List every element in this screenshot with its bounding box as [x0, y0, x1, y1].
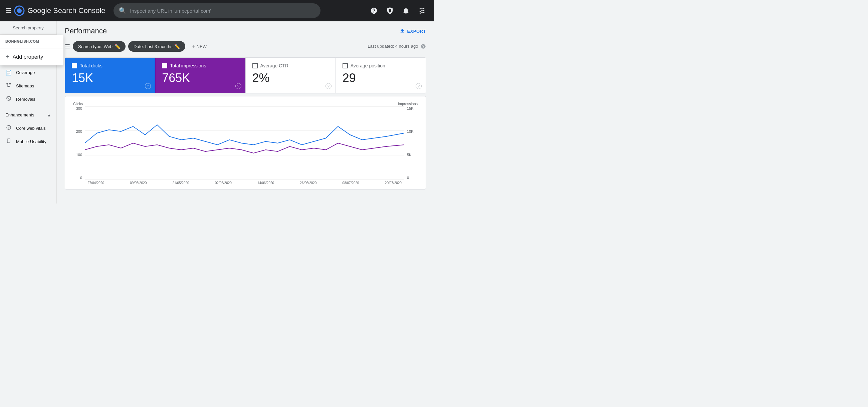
coverage-label: Coverage: [16, 70, 35, 75]
date-filter[interactable]: Date: Last 3 months ✏️: [128, 41, 185, 52]
sidebar-item-removals[interactable]: Removals: [0, 93, 56, 106]
total-clicks-checkbox[interactable]: [72, 63, 77, 68]
current-property[interactable]: BONNGLISH.COM: [0, 35, 63, 48]
y-tick-100: 100: [76, 153, 82, 157]
clicks-line: [85, 125, 404, 145]
enhancements-nav: Core web vitals Mobile Usability: [0, 119, 56, 151]
search-icon: 🔍: [119, 7, 126, 14]
total-clicks-card[interactable]: Total clicks 15K ?: [65, 58, 155, 93]
svg-point-1: [17, 8, 22, 13]
total-clicks-value: 15K: [72, 71, 148, 85]
sidebar-item-sitemaps[interactable]: Sitemaps: [0, 79, 56, 93]
apps-button[interactable]: [415, 4, 429, 18]
chart-y-axis-right: 15K 10K 5K 0: [404, 106, 417, 180]
main-header: Performance EXPORT: [57, 21, 434, 38]
y-tick-300: 300: [76, 106, 82, 110]
last-updated-text: Last updated: 4 hours ago: [368, 44, 426, 49]
avg-ctr-card[interactable]: Average CTR 2% ?: [246, 58, 336, 93]
x-label-0: 27/04/2020: [88, 181, 104, 185]
total-clicks-label: Total clicks: [80, 63, 102, 68]
sitemaps-icon: [5, 82, 12, 89]
chart-y-label-left: Clicks: [73, 102, 83, 106]
total-clicks-help-icon[interactable]: ?: [145, 83, 151, 89]
svg-point-8: [7, 126, 11, 130]
last-updated-help-icon[interactable]: [421, 44, 426, 49]
search-type-filter[interactable]: Search type: Web ✏️: [73, 41, 126, 52]
mobile-usability-label: Mobile Usability: [16, 139, 46, 144]
avg-ctr-checkbox[interactable]: [252, 63, 258, 68]
x-label-4: 14/06/2020: [257, 181, 274, 185]
total-impressions-help-icon[interactable]: ?: [235, 83, 241, 89]
app-title: Google Search Console: [27, 6, 105, 15]
y-tick-right-0: 0: [407, 176, 409, 180]
search-property[interactable]: Search property: [0, 21, 56, 35]
svg-rect-3: [9, 83, 11, 84]
performance-chart: Clicks Impressions 300 200 100 0: [65, 96, 426, 190]
search-type-edit-icon: ✏️: [115, 44, 120, 49]
x-label-7: 20/07/2020: [385, 181, 402, 185]
avg-ctr-help-icon[interactable]: ?: [326, 83, 332, 89]
export-label: EXPORT: [407, 29, 426, 34]
x-label-6: 08/07/2020: [343, 181, 359, 185]
add-property-icon: +: [5, 53, 9, 61]
notifications-button[interactable]: [399, 4, 413, 18]
help-button[interactable]: [367, 4, 380, 18]
enhancements-section-label: Enhancements: [5, 112, 34, 117]
plus-icon: +: [192, 43, 195, 49]
total-impressions-card[interactable]: Total impressions 765K ?: [155, 58, 245, 93]
filters-row: ☰ Search type: Web ✏️ Date: Last 3 month…: [57, 38, 434, 55]
x-label-2: 21/05/2020: [173, 181, 189, 185]
svg-point-10: [8, 142, 9, 142]
avg-position-checkbox[interactable]: [343, 63, 348, 68]
metrics-row: Total clicks 15K ? Total impressions 765…: [65, 57, 426, 93]
sidebar-item-coverage[interactable]: 📄 Coverage: [0, 66, 56, 79]
export-button[interactable]: EXPORT: [399, 28, 426, 34]
removals-label: Removals: [16, 97, 35, 102]
avg-position-header: Average position: [343, 63, 419, 68]
chart-y-label-right: Impressions: [398, 102, 417, 106]
y-tick-right-10k: 10K: [407, 130, 414, 133]
sidebar: Search property BONNGLISH.COM + Add prop…: [0, 21, 57, 203]
add-property-label: Add property: [13, 54, 43, 60]
filter-icon[interactable]: ☰: [65, 43, 70, 50]
sitemaps-label: Sitemaps: [16, 83, 34, 89]
sidebar-item-core-web-vitals[interactable]: Core web vitals: [0, 122, 56, 135]
total-impressions-header: Total impressions: [162, 63, 238, 68]
svg-rect-9: [7, 139, 10, 143]
date-edit-icon: ✏️: [174, 44, 180, 49]
chart-svg: [85, 106, 404, 180]
y-tick-right-15k: 15K: [407, 106, 414, 110]
total-impressions-value: 765K: [162, 71, 238, 85]
enhancements-section-header: Enhancements ▲: [0, 108, 56, 119]
sidebar-item-mobile-usability[interactable]: Mobile Usability: [0, 135, 56, 148]
search-type-label: Search type: Web: [78, 44, 113, 49]
app-logo: Google Search Console: [14, 5, 105, 16]
coverage-icon: 📄: [5, 69, 12, 76]
chart-x-axis: 27/04/2020 09/05/2020 21/05/2020 02/06/2…: [88, 181, 402, 185]
svg-rect-2: [6, 83, 8, 84]
avg-position-label: Average position: [350, 63, 385, 68]
enhancements-chevron-icon[interactable]: ▲: [47, 113, 51, 117]
core-web-vitals-icon: [5, 125, 12, 131]
x-label-1: 09/05/2020: [130, 181, 147, 185]
removals-icon: [5, 96, 12, 102]
avg-position-card[interactable]: Average position 29 ?: [336, 58, 426, 93]
x-label-5: 26/06/2020: [300, 181, 316, 185]
total-impressions-checkbox[interactable]: [162, 63, 167, 68]
y-tick-200: 200: [76, 130, 82, 133]
header-actions: [367, 4, 429, 18]
url-search-bar[interactable]: 🔍 Inspect any URL in 'umpcportal.com': [114, 3, 320, 18]
new-filter-button[interactable]: + NEW: [188, 41, 211, 52]
main-content: Performance EXPORT ☰ Search type: Web ✏️…: [57, 21, 434, 203]
date-label: Date: Last 3 months: [133, 44, 172, 49]
search-bar-placeholder: Inspect any URL in 'umpcportal.com': [130, 8, 211, 14]
menu-icon[interactable]: ☰: [5, 7, 11, 15]
admin-button[interactable]: [383, 4, 397, 18]
avg-ctr-label: Average CTR: [260, 63, 289, 68]
add-property-item[interactable]: + Add property: [0, 48, 63, 65]
index-nav: 📄 Coverage Sitemaps Removals: [0, 63, 56, 108]
page-title: Performance: [65, 27, 107, 35]
avg-position-value: 29: [343, 71, 419, 85]
avg-position-help-icon[interactable]: ?: [416, 83, 422, 89]
property-dropdown: BONNGLISH.COM + Add property: [0, 35, 63, 65]
